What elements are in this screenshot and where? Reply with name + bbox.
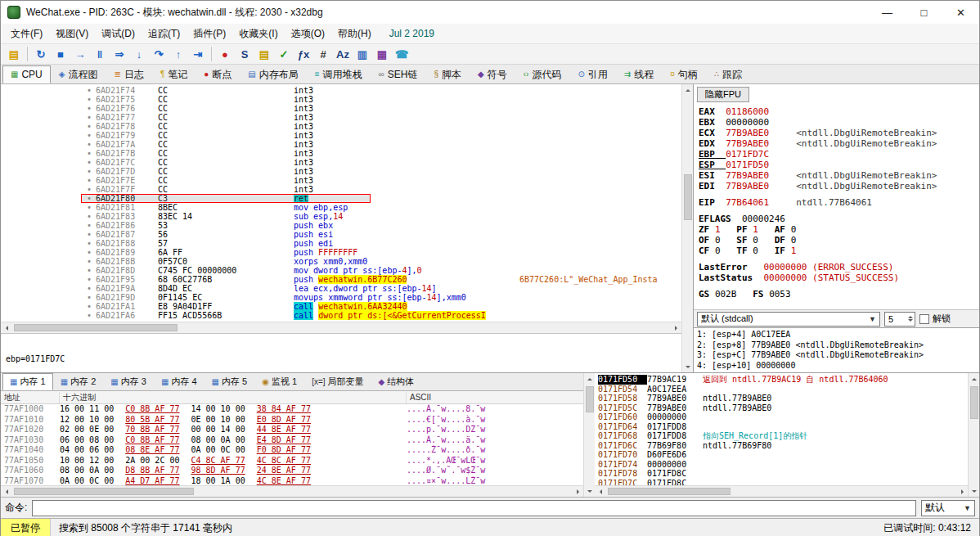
tab-memory-5[interactable]: ▦内存 5	[205, 373, 255, 390]
tab-memory-1[interactable]: ▦内存 1	[2, 373, 53, 390]
execute-till-return-button[interactable]: ↑	[169, 45, 188, 63]
maximize-button[interactable]: □	[906, 1, 942, 24]
scroll-left-button[interactable]	[1, 322, 12, 333]
tab-symbols[interactable]: ◆符号	[470, 65, 515, 83]
register-line[interactable]: EBX 00000000	[699, 117, 979, 128]
register-line[interactable]: OF 0 SF 0 DF 0	[699, 235, 979, 245]
argument-line[interactable]: 4: [esp+10] 00000000	[697, 361, 979, 372]
stack-row[interactable]: 0171FD6C77B69F80ntdll.77B69F80	[598, 441, 968, 451]
tab-notes[interactable]: ¶笔记	[152, 65, 196, 83]
unlock-checkbox[interactable]: 解锁	[919, 313, 951, 325]
register-line[interactable]: EAX 01186000	[699, 106, 979, 117]
arg-count-spinner[interactable]: 5	[884, 312, 915, 327]
scroll-left-button[interactable]	[1, 486, 12, 497]
scroll-right-button[interactable]	[956, 486, 968, 497]
register-line[interactable]: CF 0 TF 0 IF 1	[699, 245, 979, 256]
convention-combo[interactable]: 默认 (stdcall) ▼	[697, 312, 880, 327]
disasm-row[interactable]: •6AD21F9568 60C2776Bpush wechatwin.6B77C…	[1, 275, 681, 284]
dump-hscrollbar[interactable]	[1, 485, 583, 497]
disasm-row[interactable]: •6AD21F76CCint3	[1, 104, 681, 113]
disasm-row[interactable]: •6AD21F77CCint3	[1, 113, 681, 122]
register-line[interactable]	[699, 191, 979, 197]
tab-handles[interactable]: ¤句柄	[662, 65, 706, 83]
calculator-fx-button[interactable]: ƒx	[294, 45, 313, 63]
tab-memory-4[interactable]: ▦内存 4	[154, 373, 205, 390]
register-line[interactable]	[699, 283, 979, 289]
disasm-row[interactable]: •6AD21F8756push esi	[1, 230, 681, 239]
tab-source[interactable]: ‹›源代码	[515, 65, 570, 83]
disasm-row[interactable]: •6AD21F9A8D4D EClea ecx,dword ptr ss:[eb…	[1, 284, 681, 293]
tab-threads[interactable]: ⇉线程	[616, 65, 662, 83]
scroll-up-button[interactable]	[969, 373, 980, 385]
call-support-button[interactable]: ☎	[392, 45, 411, 63]
tab-memory-3[interactable]: ▦内存 3	[103, 373, 154, 390]
scroll-up-button[interactable]	[584, 373, 596, 385]
disasm-row[interactable]: •6AD21F7ECCint3	[1, 176, 681, 185]
tab-graph[interactable]: ◈流程图	[51, 65, 106, 83]
disasm-row[interactable]: •6AD21F8857push edi	[1, 239, 681, 248]
run-button[interactable]: →	[70, 45, 90, 63]
scroll-left-button[interactable]	[595, 486, 606, 497]
menu-plugins[interactable]: 插件(P)	[187, 25, 232, 43]
disasm-row[interactable]: •6AD21F7BCCint3	[1, 149, 681, 158]
disasm-row[interactable]: •6AD21F75CCint3	[1, 95, 681, 104]
register-line[interactable]: ECX 77B9ABE0 <ntdll.DbgUiRemoteBreakin>	[699, 128, 979, 138]
step-into-button[interactable]: ↓	[129, 45, 149, 63]
tab-memory-2[interactable]: ▦内存 2	[53, 373, 104, 390]
stack-row[interactable]: 0171FD7C0171FD8C	[598, 479, 968, 486]
tab-memory-map[interactable]: ▤内存布局	[240, 65, 306, 83]
disasm-vscrollbar[interactable]	[681, 84, 693, 372]
register-line[interactable]: ZF 1 PF 1 AF 0	[699, 224, 979, 235]
hide-fpu-button[interactable]: 隐藏FPU	[697, 87, 749, 102]
argument-line[interactable]: 2: [esp+8] 77B9ABE0 <ntdll.DbgUiRemoteBr…	[697, 340, 979, 351]
argument-line[interactable]: 1: [esp+4] A0C17EEA	[697, 330, 979, 340]
dump-vscroll-thumb[interactable]	[586, 386, 594, 412]
dump-row[interactable]: 77AF104004 00 06 0008 8E AF 770A 00 0C 0…	[1, 445, 583, 456]
disasm-row[interactable]: •6AD21F818BECmov ebp,esp	[1, 203, 681, 212]
argument-line[interactable]: 3: [esp+C] 77B9ABE0 <ntdll.DbgUiRemoteBr…	[697, 350, 979, 361]
tab-seh[interactable]: ∞SEH链	[371, 65, 426, 83]
modules-button[interactable]: ▥	[353, 45, 372, 63]
scroll-up-button[interactable]	[682, 84, 694, 96]
stack-window-button[interactable]: ▦	[372, 45, 392, 63]
menu-view[interactable]: 视图(V)	[49, 25, 95, 43]
dump-row[interactable]: 77AF103006 00 08 00C0 8B AF 7708 00 0A 0…	[1, 435, 583, 446]
stack-row[interactable]: 0171FD54A0C17EEA	[598, 385, 968, 394]
disasm-row[interactable]: •6AD21F7CCCint3	[1, 158, 681, 167]
register-line[interactable]: LastError 00000000 (ERROR_SUCCESS)	[699, 262, 979, 273]
stack-hscroll-thumb[interactable]	[608, 488, 731, 495]
command-profile-combo[interactable]: 默认 ▼	[921, 500, 975, 516]
pause-button[interactable]: ‖	[90, 45, 110, 63]
disasm-hscrollbar[interactable]	[1, 322, 681, 333]
disasm-row[interactable]: •6AD21F80C3ret	[1, 194, 681, 203]
disasm-row[interactable]: •6AD21F7FCCint3	[1, 185, 681, 194]
menu-favourites[interactable]: 收藏夹(I)	[232, 25, 284, 43]
menu-file[interactable]: 文件(F)	[4, 25, 49, 43]
dump-row[interactable]: 77AF105010 00 12 002A 00 2C 00C4 8C AF 7…	[1, 456, 583, 466]
disasm-row[interactable]: •6AD21F896A FFpush FFFFFFFF	[1, 248, 681, 257]
scroll-right-button[interactable]	[572, 486, 583, 497]
stack-vscroll-thumb[interactable]	[970, 386, 978, 419]
menu-debug[interactable]: 调试(D)	[95, 25, 142, 43]
tab-call-stack[interactable]: ≡调用堆栈	[307, 65, 371, 83]
memory-map-button[interactable]: ▤	[254, 45, 274, 63]
disasm-row[interactable]: •6AD21F78CCint3	[1, 122, 681, 131]
stack-row[interactable]: 0171FD7400000000	[598, 460, 968, 470]
stack-row[interactable]: 0171FD6000000000	[598, 412, 968, 422]
stack-vscrollbar[interactable]	[968, 373, 979, 497]
disasm-row[interactable]: •6AD21F8B0F57C0xorps xmm0,xmm0	[1, 257, 681, 266]
patches-button[interactable]: ✓	[274, 45, 294, 63]
disasm-row[interactable]: •6AD21FA6FF15 ACD5566Bcall dword ptr ds:…	[1, 311, 681, 320]
scroll-right-button[interactable]	[670, 322, 681, 333]
step-over-button[interactable]: ↷	[149, 45, 169, 63]
run-to-user-code-button[interactable]: ⇥	[188, 45, 208, 63]
run-trace-button[interactable]: ⇒	[110, 45, 129, 63]
minimize-button[interactable]: —	[869, 1, 906, 24]
disasm-row[interactable]: •6AD21F79CCint3	[1, 131, 681, 140]
stop-button[interactable]: ■	[51, 45, 70, 63]
tab-locals[interactable]: [x=]局部变量	[304, 373, 371, 390]
register-line[interactable]: EBP 0171FD7C	[699, 149, 979, 160]
menu-help[interactable]: 帮助(H)	[331, 25, 378, 43]
register-line[interactable]: EIP 77B64061 ntdll.77B64061	[699, 197, 979, 208]
register-line[interactable]: EFLAGS 00000246	[699, 214, 979, 224]
